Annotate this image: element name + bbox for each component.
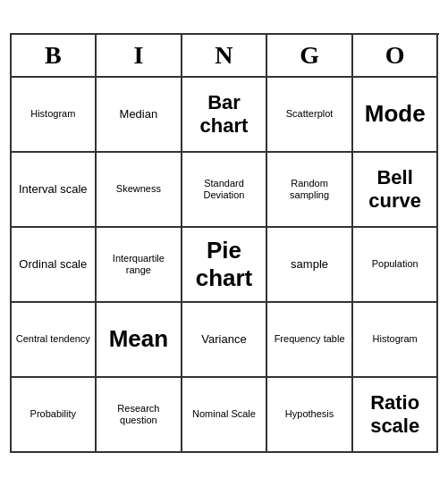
header-letter: I	[97, 35, 182, 78]
bingo-cell: Frequency table	[267, 303, 353, 378]
cell-label: Histogram	[15, 108, 92, 120]
cell-label: sample	[271, 257, 348, 272]
bingo-cell: Population	[353, 228, 439, 303]
cell-label: Mean	[100, 325, 177, 353]
cell-label: Mode	[357, 100, 434, 128]
cell-label: Median	[100, 107, 177, 122]
bingo-cell: Standard Deviation	[182, 153, 268, 228]
header-letter: O	[353, 35, 439, 78]
bingo-row: Ordinal scaleInterquartile rangePie char…	[12, 228, 439, 303]
cell-label: Ordinal scale	[15, 257, 92, 272]
cell-label: Histogram	[357, 333, 434, 345]
cell-label: Random sampling	[271, 178, 348, 201]
bingo-cell: Histogram	[12, 78, 97, 153]
bingo-cell: Mean	[97, 303, 182, 378]
cell-label: Scatterplot	[271, 108, 348, 120]
bingo-cell: Median	[97, 78, 182, 153]
bingo-header: BINGO	[12, 35, 439, 78]
cell-label: Probability	[15, 408, 92, 420]
cell-label: Hypothesis	[271, 408, 348, 420]
bingo-cell: Histogram	[353, 303, 439, 378]
cell-label: Variance	[186, 332, 263, 347]
bingo-cell: Hypothesis	[267, 378, 353, 453]
cell-label: Interquartile range	[100, 253, 177, 276]
header-letter: B	[12, 35, 97, 78]
bingo-cell: Bar chart	[182, 78, 268, 153]
bingo-cell: Random sampling	[267, 153, 353, 228]
bingo-cell: Skewness	[97, 153, 182, 228]
bingo-cell: Interval scale	[12, 153, 97, 228]
cell-label: Pie chart	[186, 237, 263, 292]
bingo-cell: Pie chart	[182, 228, 268, 303]
cell-label: Ratio scale	[357, 391, 434, 439]
cell-label: Research question	[100, 403, 177, 426]
bingo-cell: Ratio scale	[353, 378, 439, 453]
bingo-row: HistogramMedianBar chartScatterplotMode	[12, 78, 439, 153]
cell-label: Skewness	[100, 183, 177, 195]
cell-label: Standard Deviation	[186, 178, 263, 201]
bingo-cell: Central tendency	[12, 303, 97, 378]
bingo-row: ProbabilityResearch questionNominal Scal…	[12, 378, 439, 453]
bingo-cell: Ordinal scale	[12, 228, 97, 303]
bingo-cell: sample	[267, 228, 353, 303]
cell-label: Population	[357, 258, 434, 270]
cell-label: Nominal Scale	[186, 408, 263, 420]
cell-label: Interval scale	[15, 182, 92, 197]
cell-label: Bell curve	[357, 166, 434, 214]
cell-label: Frequency table	[271, 333, 348, 345]
bingo-cell: Scatterplot	[267, 78, 353, 153]
bingo-cell: Probability	[12, 378, 97, 453]
bingo-cell: Variance	[182, 303, 268, 378]
bingo-row: Interval scaleSkewnessStandard Deviation…	[12, 153, 439, 228]
bingo-cell: Mode	[353, 78, 439, 153]
bingo-card: BINGO HistogramMedianBar chartScatterplo…	[10, 33, 439, 453]
bingo-row: Central tendencyMeanVarianceFrequency ta…	[12, 303, 439, 378]
bingo-cell: Interquartile range	[97, 228, 182, 303]
cell-label: Central tendency	[15, 333, 92, 345]
header-letter: N	[182, 35, 268, 78]
cell-label: Bar chart	[186, 91, 263, 138]
bingo-cell: Nominal Scale	[182, 378, 268, 453]
header-letter: G	[267, 35, 353, 78]
bingo-cell: Bell curve	[353, 153, 439, 228]
bingo-grid: HistogramMedianBar chartScatterplotModeI…	[12, 78, 439, 453]
bingo-cell: Research question	[97, 378, 182, 453]
